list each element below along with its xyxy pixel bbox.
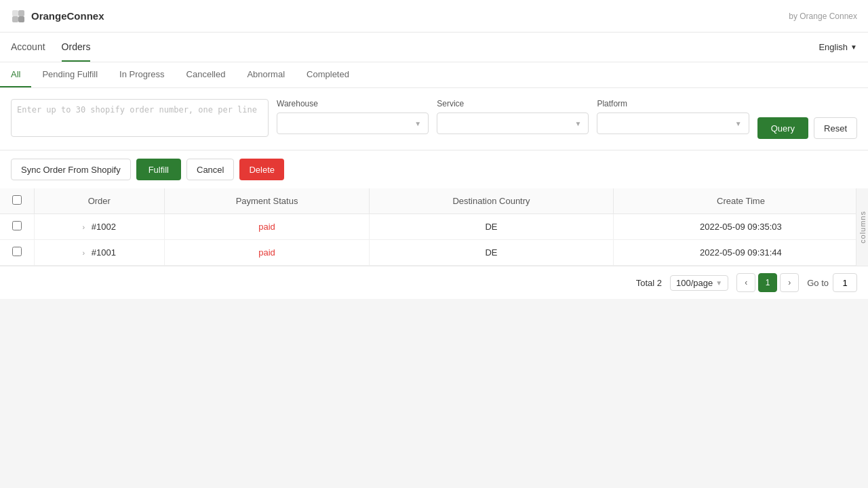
nav-items: Account Orders: [11, 33, 90, 62]
service-arrow-icon: ▼: [575, 120, 582, 127]
col-destination-country: Destination Country: [370, 188, 614, 214]
table-row: › #1002 paid DE 2022-05-09 09:35:03: [0, 214, 868, 240]
warehouse-arrow-icon: ▼: [414, 120, 421, 127]
row-checkbox-cell: [0, 240, 34, 266]
svg-rect-1: [18, 10, 24, 16]
goto-input[interactable]: [833, 273, 857, 292]
col-order: Order: [34, 188, 165, 214]
order-number-input[interactable]: [11, 99, 269, 137]
platform-arrow-icon: ▼: [735, 120, 742, 127]
chevron-down-icon: ▼: [850, 43, 857, 51]
service-label: Service: [437, 99, 589, 108]
columns-label: columns: [859, 211, 867, 243]
svg-rect-0: [12, 10, 18, 16]
logo-icon: [11, 9, 26, 24]
row-checkbox[interactable]: [12, 247, 22, 256]
expand-icon[interactable]: ›: [83, 223, 85, 231]
order-number: #1001: [92, 247, 116, 258]
payment-status-value: paid: [258, 247, 275, 258]
tab-abnormal[interactable]: Abnormal: [236, 62, 296, 87]
order-input-wrap: [11, 99, 269, 139]
orders-table-container: Order Payment Status Destination Country…: [0, 188, 868, 266]
warehouse-label: Warehouse: [277, 99, 429, 108]
page-size-value: 100/page: [676, 278, 713, 288]
header-checkbox-cell: [0, 188, 34, 214]
service-select[interactable]: ▼: [437, 113, 589, 134]
row-create-time: 2022-05-09 09:31:44: [613, 240, 868, 266]
logo: OrangeConnex: [11, 9, 104, 24]
warehouse-filter: Warehouse ▼: [277, 99, 429, 134]
row-payment-status: paid: [165, 214, 370, 240]
platform-filter: Platform ▼: [597, 99, 749, 134]
query-button[interactable]: Query: [757, 117, 808, 139]
nav-account[interactable]: Account: [11, 33, 45, 62]
columns-sidebar[interactable]: columns: [856, 188, 868, 266]
row-create-time: 2022-05-09 09:35:03: [613, 214, 868, 240]
pagination: ‹ 1 ›: [736, 273, 799, 292]
svg-rect-2: [12, 16, 18, 22]
page-size-arrow-icon: ▼: [715, 279, 722, 287]
row-destination-country: DE: [370, 214, 614, 240]
order-number: #1002: [92, 222, 116, 232]
page-size-selector[interactable]: 100/page ▼: [670, 275, 728, 291]
language-selector[interactable]: English ▼: [818, 42, 857, 52]
row-destination-country: DE: [370, 240, 614, 266]
table-body: › #1002 paid DE 2022-05-09 09:35:03 › #1…: [0, 214, 868, 266]
tab-bar: All Pending Fulfill In Progress Cancelle…: [0, 62, 868, 88]
payment-status-value: paid: [258, 222, 275, 232]
svg-rect-3: [18, 16, 24, 22]
row-checkbox[interactable]: [12, 221, 22, 230]
row-checkbox-cell: [0, 214, 34, 240]
next-page-button[interactable]: ›: [780, 273, 799, 292]
platform-label: Platform: [597, 99, 749, 108]
orders-table: Order Payment Status Destination Country…: [0, 188, 868, 266]
table-row: › #1001 paid DE 2022-05-09 09:31:44: [0, 240, 868, 266]
logo-text: OrangeConnex: [31, 10, 104, 22]
filter-actions: Query Reset: [757, 117, 857, 139]
tab-completed[interactable]: Completed: [296, 62, 360, 87]
tab-inprogress[interactable]: In Progress: [108, 62, 175, 87]
header-by: by Orange Connex: [789, 12, 857, 21]
filter-section: Warehouse ▼ Service ▼ Platform ▼: [0, 88, 868, 150]
table-header-row: Order Payment Status Destination Country…: [0, 188, 868, 214]
action-bar: Sync Order From Shopify Fulfill Cancel D…: [0, 150, 868, 188]
goto-section: Go to: [807, 273, 857, 292]
app-header: OrangeConnex by Orange Connex: [0, 0, 868, 33]
total-count: Total 2: [636, 278, 662, 288]
sync-button[interactable]: Sync Order From Shopify: [11, 159, 131, 180]
warehouse-select[interactable]: ▼: [277, 113, 429, 134]
col-payment-status: Payment Status: [165, 188, 370, 214]
tab-pending[interactable]: Pending Fulfill: [31, 62, 108, 87]
select-all-checkbox[interactable]: [12, 195, 22, 205]
col-create-time: Create Time: [613, 188, 868, 214]
row-payment-status: paid: [165, 240, 370, 266]
nav-orders[interactable]: Orders: [62, 33, 91, 62]
fulfill-button[interactable]: Fulfill: [136, 159, 181, 180]
service-filter: Service ▼: [437, 99, 589, 134]
row-order: › #1001: [34, 240, 165, 266]
delete-button[interactable]: Delete: [239, 159, 284, 180]
language-label: English: [818, 42, 848, 52]
reset-button[interactable]: Reset: [814, 117, 857, 139]
filter-row: Warehouse ▼ Service ▼ Platform ▼: [11, 99, 857, 139]
expand-icon[interactable]: ›: [83, 249, 85, 257]
row-order: › #1002: [34, 214, 165, 240]
cancel-button[interactable]: Cancel: [186, 159, 234, 180]
page-1-button[interactable]: 1: [758, 273, 777, 292]
main-nav: Account Orders English ▼: [0, 33, 868, 62]
goto-label: Go to: [807, 278, 829, 288]
tab-cancelled[interactable]: Cancelled: [176, 62, 237, 87]
content-wrapper: All Pending Fulfill In Progress Cancelle…: [0, 62, 868, 299]
table-footer: Total 2 100/page ▼ ‹ 1 › Go to: [0, 266, 868, 299]
prev-page-button[interactable]: ‹: [736, 273, 755, 292]
platform-select[interactable]: ▼: [597, 113, 749, 134]
tab-all[interactable]: All: [0, 62, 31, 87]
